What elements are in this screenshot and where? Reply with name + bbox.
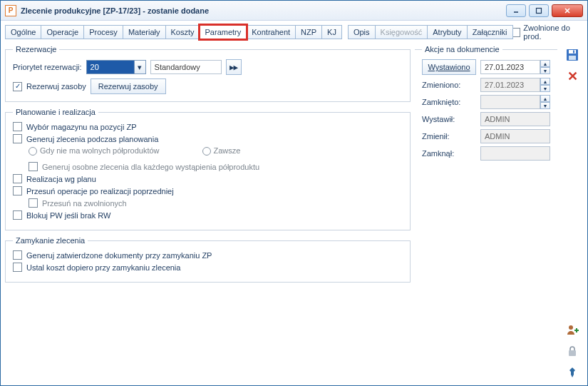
save-icon[interactable] <box>564 46 581 64</box>
radio-icon <box>202 147 211 156</box>
przesun-operacje-label: Przesuń operacje po realizacji poprzedni… <box>26 187 174 195</box>
zmieniono-label: Zmieniono: <box>422 81 476 89</box>
user-plus-icon[interactable] <box>564 321 581 338</box>
group-akcje: Akcje na dokumencie Wystawiono 27.01.202… <box>415 45 557 171</box>
ustal-koszt-checkbox[interactable] <box>13 263 22 272</box>
close-button[interactable] <box>552 4 583 17</box>
zmieniono-spinner: ▲▼ <box>540 78 550 92</box>
blokuj-pw-checkbox[interactable] <box>13 210 22 220</box>
wystawil-value: ADMIN <box>480 112 550 126</box>
generuj-osobne-label: Generuj osobne zlecenia dla każdego wyst… <box>42 163 259 171</box>
rezerwuj-zasoby-label: Rezerwuj zasoby <box>26 82 86 91</box>
chevron-up-icon: ▲ <box>540 95 550 102</box>
legend-rezerwacje: Rezerwacje <box>13 45 59 54</box>
realizacja-wg-label: Realizacja wg planu <box>26 175 96 183</box>
tab-kontrahent[interactable]: Kontrahent <box>246 25 296 39</box>
window-title: Zlecenie produkcyjne [ZP-17/23] - zostan… <box>21 6 209 15</box>
tab-operacje[interactable]: Operacje <box>41 25 84 39</box>
group-rezerwacje: Rezerwacje Priorytet rezerwacji: 20 ▾ St… <box>5 45 411 102</box>
svg-rect-6 <box>569 56 576 60</box>
legend-planowanie: Planowanie i realizacja <box>13 108 98 116</box>
tab-opis[interactable]: Opis <box>348 25 376 39</box>
generuj-zlecenia-checkbox[interactable] <box>13 134 22 143</box>
chevron-down-icon: ▼ <box>540 85 550 92</box>
fast-forward-button[interactable]: ▶▶ <box>226 59 242 75</box>
realizacja-wg-checkbox[interactable] <box>13 174 22 183</box>
tab-bar: Ogólne Operacje Procesy Materiały Koszty… <box>5 24 583 41</box>
radio-icon <box>29 147 37 156</box>
tab-nzp[interactable]: NZP <box>295 25 322 39</box>
tab-parametry[interactable]: Parametry <box>200 25 247 39</box>
svg-rect-1 <box>537 8 542 13</box>
chevron-down-icon[interactable]: ▾ <box>134 61 145 73</box>
zmieniono-date: 27.01.2023 <box>480 78 540 92</box>
legend-akcje: Akcje na dokumencie <box>422 45 502 54</box>
svg-rect-5 <box>569 50 576 54</box>
priorytet-combo[interactable]: 20 ▾ <box>86 60 146 74</box>
chevron-down-icon[interactable]: ▼ <box>540 67 550 74</box>
zamknal-value <box>480 146 550 161</box>
generuj-zlecenia-label: Generuj zlecenia podczas planowania <box>26 135 158 143</box>
side-toolbar: ✕ <box>562 45 583 381</box>
svg-rect-7 <box>573 51 574 54</box>
tab-kj[interactable]: KJ <box>321 25 342 39</box>
wystawil-label: Wystawił: <box>422 115 476 123</box>
przesun-na-zwol-label: Przesuń na zwolnionych <box>42 199 127 208</box>
zamknieto-label: Zamknięto: <box>422 98 476 106</box>
delete-icon[interactable]: ✕ <box>564 68 581 85</box>
tab-koszty[interactable]: Koszty <box>165 25 200 39</box>
zwolnione-checkbox[interactable] <box>512 28 521 37</box>
przesun-na-zwol-checkbox <box>29 198 38 208</box>
tab-ksiegowosc[interactable]: Księgowość <box>375 25 428 39</box>
maximize-button[interactable] <box>529 4 549 17</box>
generuj-zatw-checkbox[interactable] <box>13 250 22 260</box>
group-zamykanie: Zamykanie zlecenia Generuj zatwierdzone … <box>5 236 411 283</box>
group-planowanie: Planowanie i realizacja Wybór magazynu n… <box>5 108 411 230</box>
tab-procesy[interactable]: Procesy <box>83 25 123 39</box>
svg-rect-11 <box>569 350 576 356</box>
svg-point-8 <box>569 325 573 330</box>
tab-atrybuty[interactable]: Atrybuty <box>427 25 467 39</box>
minimize-button[interactable] <box>506 4 526 17</box>
priorytet-value: 20 <box>87 63 134 71</box>
tab-materialy[interactable]: Materiały <box>123 25 166 39</box>
wystawiono-spinner[interactable]: ▲▼ <box>540 60 550 74</box>
window: P Zlecenie produkcyjne [ZP-17/23] - zost… <box>0 0 588 386</box>
zamknal-label: Zamknął: <box>422 149 476 158</box>
rezerwuj-zasoby-button[interactable]: Rezerwuj zasoby <box>91 78 166 94</box>
wybor-magazynu-label: Wybór magazynu na pozycji ZP <box>26 123 137 131</box>
rezerwuj-zasoby-checkbox[interactable] <box>13 82 22 91</box>
zwolnione-label: Zwolnione do prod. <box>523 24 583 41</box>
wybor-magazynu-checkbox[interactable] <box>13 122 22 131</box>
lock-icon[interactable] <box>564 342 581 360</box>
titlebar: P Zlecenie produkcyjne [ZP-17/23] - zost… <box>1 1 587 21</box>
generuj-zatw-label: Generuj zatwierdzone dokumenty przy zamy… <box>26 251 212 260</box>
wystawiono-date[interactable]: 27.01.2023 <box>480 60 540 74</box>
generuj-osobne-checkbox <box>29 162 38 171</box>
app-icon: P <box>5 5 16 16</box>
radio-zawsze: Zawsze <box>202 146 241 156</box>
ustal-koszt-label: Ustal koszt dopiero przy zamykaniu zlece… <box>26 263 180 272</box>
zwolnione-do-prod[interactable]: Zwolnione do prod. <box>512 24 583 41</box>
svg-rect-10 <box>576 328 577 332</box>
zamknieto-spinner: ▲▼ <box>540 95 550 109</box>
pin-icon[interactable] <box>564 364 581 381</box>
tab-ogolne[interactable]: Ogólne <box>5 25 41 39</box>
zamknieto-date <box>480 95 540 109</box>
zmienil-label: Zmienił: <box>422 132 476 141</box>
chevron-up-icon: ▲ <box>540 78 550 85</box>
zmienil-value: ADMIN <box>480 129 550 143</box>
chevron-up-icon[interactable]: ▲ <box>540 60 550 67</box>
wystawiono-button[interactable]: Wystawiono <box>422 59 476 75</box>
priorytet-label: Priorytet rezerwacji: <box>13 63 82 71</box>
legend-zamykanie: Zamykanie zlecenia <box>13 236 88 245</box>
przesun-operacje-checkbox[interactable] <box>13 186 22 195</box>
blokuj-pw-label: Blokuj PW jeśli brak RW <box>26 211 110 220</box>
radio-gdy-nie-ma: Gdy nie ma wolnych półproduktów <box>29 146 160 156</box>
chevron-down-icon: ▼ <box>540 102 550 109</box>
tab-zalaczniki[interactable]: Załączniki <box>467 25 513 39</box>
standardowy-field[interactable]: Standardowy <box>150 60 222 74</box>
